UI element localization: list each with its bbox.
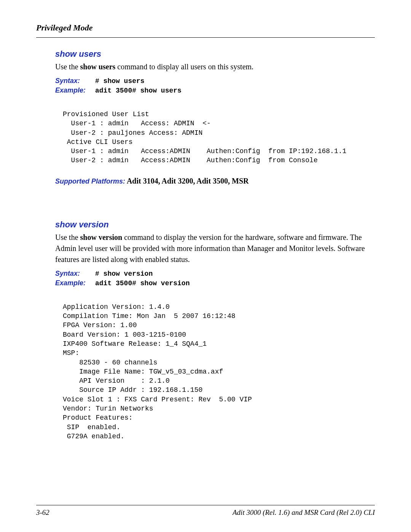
syntax-row: Syntax: # show users bbox=[55, 77, 375, 85]
supported-platforms-value: Adit 3104, Adit 3200, Adit 3500, MSR bbox=[125, 177, 249, 185]
syntax-label-v: Syntax: bbox=[55, 270, 95, 278]
footer-doc-title: Adit 3000 (Rel. 1.6) and MSR Card (Rel 2… bbox=[233, 508, 375, 517]
syntax-label: Syntax: bbox=[55, 77, 95, 85]
footer-line: 3-62 Adit 3000 (Rel. 1.6) and MSR Card (… bbox=[36, 508, 375, 517]
syntax-row-v: Syntax: # show version bbox=[55, 270, 375, 278]
page-container: Privileged Mode show users Use the show … bbox=[0, 0, 411, 532]
section-heading-show-users: show users bbox=[55, 49, 375, 59]
page-footer: 3-62 Adit 3000 (Rel. 1.6) and MSR Card (… bbox=[36, 505, 375, 517]
show-version-description: Use the show version command to display … bbox=[55, 232, 375, 265]
desc-bold-v: show version bbox=[80, 233, 123, 241]
example-value-v: adit 3500# show version bbox=[95, 280, 190, 287]
syntax-value: # show users bbox=[95, 77, 145, 85]
example-value: adit 3500# show users bbox=[95, 87, 182, 94]
header-rule bbox=[36, 37, 375, 38]
show-users-output: Provisioned User List User-1 : admin Acc… bbox=[63, 110, 375, 165]
desc-bold: show users bbox=[80, 62, 116, 71]
footer-page-number: 3-62 bbox=[36, 508, 49, 517]
desc-pre-v: Use the bbox=[55, 233, 80, 241]
supported-platforms-label: Supported Platforms: bbox=[55, 177, 125, 185]
page-content: show users Use the show users command to… bbox=[36, 49, 375, 505]
example-row: Example: adit 3500# show users bbox=[55, 86, 375, 94]
footer-rule bbox=[36, 505, 375, 505]
example-label-v: Example: bbox=[55, 279, 95, 287]
syntax-value-v: # show version bbox=[95, 270, 153, 278]
example-label: Example: bbox=[55, 86, 95, 94]
section-heading-show-version: show version bbox=[55, 220, 375, 230]
desc-pre: Use the bbox=[55, 62, 80, 71]
supported-platforms-row: Supported Platforms: Adit 3104, Adit 320… bbox=[55, 177, 375, 185]
desc-post: command to display all users on this sys… bbox=[115, 62, 253, 71]
page-header-title: Privileged Mode bbox=[36, 23, 375, 33]
show-version-output: Application Version: 1.4.0 Compilation T… bbox=[63, 302, 375, 441]
example-row-v: Example: adit 3500# show version bbox=[55, 279, 375, 287]
show-users-description: Use the show users command to display al… bbox=[55, 61, 375, 72]
